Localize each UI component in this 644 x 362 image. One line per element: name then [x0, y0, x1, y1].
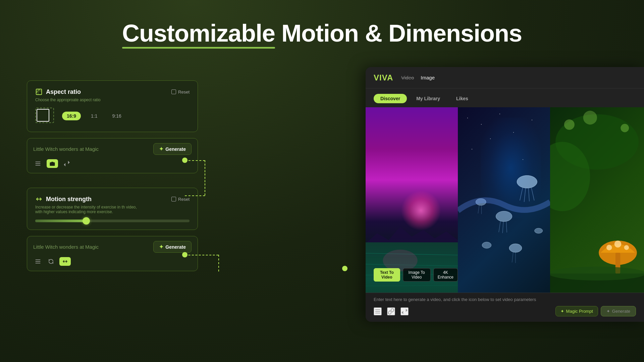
discover-tab-likes[interactable]: Likes	[449, 94, 475, 103]
prompt-text-top: Little Witch wonders at Magic	[33, 146, 99, 152]
aspect-ratio-reset-button[interactable]: Reset	[171, 89, 190, 95]
discover-tab-discover[interactable]: Discover	[374, 94, 407, 103]
aspect-ratio-card-header: Aspect ratio Reset	[35, 88, 190, 96]
star-3	[499, 114, 500, 114]
connector-dot-3	[342, 266, 347, 271]
gallery-item-2[interactable]	[458, 107, 550, 315]
svg-point-34	[550, 266, 644, 280]
spark-icon-bottom: ✦	[159, 244, 163, 250]
svg-point-32	[621, 124, 629, 132]
page-title: Customizable Motion & Dimensions	[0, 20, 644, 47]
magic-prompt-label: Magic Prompt	[566, 309, 593, 314]
dashed-line-h-2	[185, 195, 205, 196]
refresh-icon-button-bottom[interactable]	[47, 257, 55, 266]
gallery-item-1[interactable]: Text To Video Image To Video 4K Enhance	[366, 107, 458, 315]
settings-icon-button-top[interactable]	[33, 159, 43, 168]
ratio-16-9-button[interactable]: 16:9	[62, 112, 81, 120]
image-to-video-tag[interactable]: Image To Video	[403, 268, 431, 282]
ratio-9-16-button[interactable]: 9:16	[108, 112, 126, 120]
aspect-ratio-row: 16:9 1:1 9:16	[35, 108, 190, 124]
reset-label: Reset	[178, 89, 190, 95]
generate-label-top: Generate	[165, 146, 186, 152]
camera-icon-button-top[interactable]	[47, 159, 58, 168]
svg-line-12	[499, 221, 500, 232]
ratio-options: 16:9 1:1 9:16	[62, 112, 126, 120]
motion-icon-button-bottom[interactable]	[59, 257, 71, 266]
nav-tab-video[interactable]: Video	[401, 73, 414, 82]
camera-icon	[49, 161, 55, 167]
motion-reset-label: Reset	[178, 197, 190, 202]
generate-button-top[interactable]: ✦ Generate	[153, 143, 192, 155]
app-generate-label: Generate	[612, 309, 630, 314]
app-generate-button[interactable]: ✦ Generate	[601, 306, 636, 316]
dashed-line-v-2	[218, 255, 219, 272]
refresh-icon	[48, 258, 54, 264]
motion-reset-button[interactable]: Reset	[171, 197, 190, 202]
bottom-cards-section: Motion strength Reset Increase or decrea…	[27, 188, 198, 271]
gallery-item-3[interactable]	[550, 107, 644, 315]
generate-label-bottom: Generate	[165, 244, 186, 250]
bottom-right-buttons: ✦ Magic Prompt ✦ Generate	[555, 306, 636, 316]
svg-point-27	[606, 245, 612, 250]
app-mockup: VIVA Video Image Discover My Library Lik…	[366, 67, 644, 322]
prompt-icons-top	[33, 159, 192, 168]
prompt-text-bottom: Little Witch wonders at Magic	[33, 244, 99, 250]
logo-text: VIVA	[374, 73, 393, 82]
bottom-swap-icon-button[interactable]	[400, 307, 409, 315]
magic-spark-icon: ✦	[560, 309, 564, 314]
swap-icon-button-top[interactable]	[62, 159, 71, 168]
slider-fill	[35, 220, 89, 222]
app-nav-tabs: Video Image	[401, 73, 435, 82]
aspect-preview-inner	[37, 109, 49, 122]
svg-line-16	[478, 205, 479, 214]
settings-icon-bottom	[35, 258, 41, 265]
app-mockup-inner: VIVA Video Image Discover My Library Lik…	[366, 67, 644, 322]
bottom-settings-icon	[374, 308, 381, 315]
page-header: Customizable Motion & Dimensions	[0, 0, 644, 47]
aspect-ratio-icon	[35, 88, 43, 96]
discover-tab-library[interactable]: My Library	[410, 94, 447, 103]
svg-point-28	[614, 241, 622, 248]
svg-line-9	[529, 188, 530, 201]
prompt-card-top: Little Witch wonders at Magic ✦ Generate	[27, 138, 198, 173]
4k-enhance-tag[interactable]: 4K Enhance	[433, 268, 458, 282]
text-to-video-tag[interactable]: Text To Video	[374, 268, 400, 282]
bottom-settings-icon-button[interactable]	[374, 307, 382, 315]
app-spark-icon: ✦	[606, 309, 610, 314]
magic-prompt-button[interactable]: ✦ Magic Prompt	[555, 306, 598, 316]
motion-icon	[35, 195, 43, 203]
motion-reset-icon	[171, 197, 176, 201]
generate-button-bottom[interactable]: ✦ Generate	[153, 241, 192, 253]
jellyfish-svg	[458, 128, 550, 305]
svg-line-4	[366, 285, 458, 286]
top-cards-section: Aspect ratio Reset Choose the approproat…	[27, 80, 198, 173]
svg-point-18	[509, 244, 522, 252]
dashed-line-v-1	[205, 160, 205, 195]
motion-subtitle-1: Increase or decrease the intensity of ex…	[35, 205, 137, 209]
svg-point-22	[535, 228, 543, 233]
connector-dot-2	[182, 252, 187, 257]
prompt-icons-bottom	[33, 257, 192, 266]
nav-tab-image[interactable]: Image	[421, 73, 435, 82]
bottom-link-icon-button[interactable]	[387, 307, 395, 315]
pink-glow	[401, 190, 441, 231]
svg-line-19	[512, 252, 513, 262]
svg-line-10	[531, 188, 534, 201]
slider-track	[35, 220, 190, 222]
bottom-left-icons	[374, 307, 409, 315]
dashed-line-h-3	[185, 255, 218, 255]
motion-card-header: Motion strength Reset	[35, 195, 190, 203]
prompt-input-row-top: Little Witch wonders at Magic ✦ Generate	[33, 143, 192, 155]
spark-icon-top: ✦	[159, 146, 163, 152]
slider-thumb[interactable]	[83, 217, 90, 225]
svg-line-7	[520, 188, 523, 201]
bottom-swap-icon	[401, 308, 408, 315]
svg-point-21	[482, 242, 491, 248]
motion-strength-card: Motion strength Reset Increase or decrea…	[27, 188, 198, 230]
aspect-preview	[35, 108, 55, 124]
motion-slider-container[interactable]	[35, 220, 190, 222]
ratio-1-1-button[interactable]: 1:1	[86, 112, 102, 120]
settings-icon-button-bottom[interactable]	[33, 257, 43, 266]
video-overlay-tags: Text To Video Image To Video 4K Enhance	[374, 268, 458, 282]
motion-subtitle-2: with higher values indicating more exerc…	[35, 209, 113, 214]
